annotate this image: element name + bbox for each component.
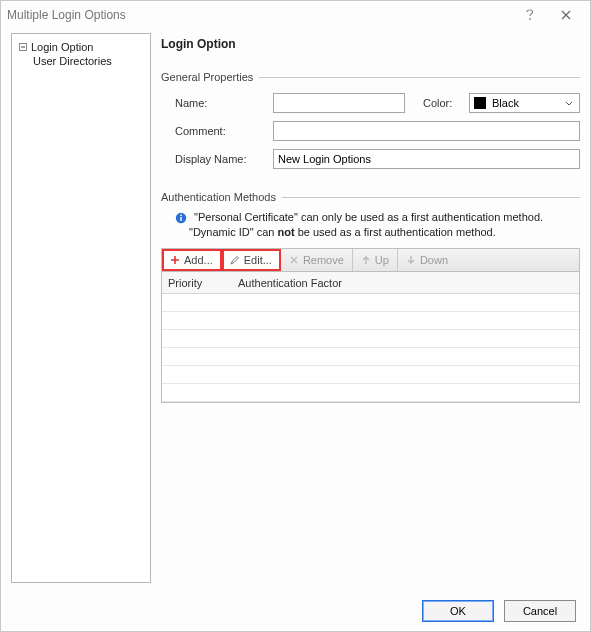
tree-node-label: User Directories <box>33 55 112 67</box>
pencil-icon <box>230 255 240 265</box>
tree-node-login-option[interactable]: Login Option <box>18 40 146 54</box>
grid-body <box>162 294 579 402</box>
up-button[interactable]: Up <box>353 249 398 271</box>
table-row[interactable] <box>162 348 579 366</box>
delete-icon <box>289 255 299 265</box>
color-value: Black <box>492 97 519 109</box>
hint-line-1: "Personal Certificate" can only be used … <box>161 209 580 226</box>
help-button[interactable] <box>512 1 548 29</box>
button-label: Cancel <box>523 605 557 617</box>
arrow-up-icon <box>361 255 371 265</box>
button-label: OK <box>450 605 466 617</box>
window-title: Multiple Login Options <box>7 8 512 22</box>
display-name-label: Display Name: <box>175 153 265 165</box>
comment-input[interactable] <box>273 121 580 141</box>
dialog-footer: OK Cancel <box>1 591 590 631</box>
hint-text-b: not <box>278 226 295 238</box>
row-name: Name: Color: Black <box>161 89 580 117</box>
row-display-name: Display Name: <box>161 145 580 173</box>
button-label: Edit... <box>244 254 272 266</box>
section-auth-methods: Authentication Methods <box>161 191 580 203</box>
col-priority[interactable]: Priority <box>162 277 232 289</box>
svg-rect-4 <box>180 217 181 221</box>
table-row[interactable] <box>162 330 579 348</box>
name-label: Name: <box>175 97 265 109</box>
row-comment: Comment: <box>161 117 580 145</box>
table-row[interactable] <box>162 294 579 312</box>
tree-node-label: Login Option <box>31 41 93 53</box>
info-icon <box>175 212 187 224</box>
display-name-input[interactable] <box>273 149 580 169</box>
help-icon <box>525 9 535 21</box>
nav-tree[interactable]: Login Option User Directories <box>11 33 151 583</box>
comment-label: Comment: <box>175 125 265 137</box>
hint-line-2: "Dynamic ID" can not be used as a first … <box>161 226 580 248</box>
table-row[interactable] <box>162 312 579 330</box>
button-label: Add... <box>184 254 213 266</box>
ok-button[interactable]: OK <box>422 600 494 622</box>
divider <box>282 197 580 198</box>
add-button[interactable]: Add... <box>162 249 222 271</box>
section-label: Authentication Methods <box>161 191 276 203</box>
divider <box>259 77 580 78</box>
close-icon <box>561 10 571 20</box>
button-label: Remove <box>303 254 344 266</box>
section-general-properties: General Properties <box>161 71 580 83</box>
plus-icon <box>170 255 180 265</box>
color-swatch-icon <box>474 97 486 109</box>
color-label: Color: <box>423 97 461 109</box>
chevron-down-icon <box>565 97 573 109</box>
hint-text-a: "Dynamic ID" can <box>189 226 278 238</box>
svg-point-5 <box>180 214 182 216</box>
main-panel: Login Option General Properties Name: Co… <box>161 33 580 583</box>
button-label: Up <box>375 254 389 266</box>
dialog-window: Multiple Login Options Login Option User… <box>0 0 591 632</box>
tree-node-user-directories[interactable]: User Directories <box>18 54 146 68</box>
grid-header: Priority Authentication Factor <box>162 272 579 294</box>
name-input[interactable] <box>273 93 405 113</box>
cancel-button[interactable]: Cancel <box>504 600 576 622</box>
button-label: Down <box>420 254 448 266</box>
svg-point-0 <box>529 18 531 20</box>
table-row[interactable] <box>162 366 579 384</box>
hint-text-c: be used as a first authentication method… <box>295 226 496 238</box>
collapse-icon <box>18 42 28 52</box>
auth-grid: Priority Authentication Factor <box>161 272 580 403</box>
titlebar: Multiple Login Options <box>1 1 590 29</box>
edit-button[interactable]: Edit... <box>222 249 281 271</box>
auth-toolbar: Add... Edit... Remove Up Down <box>161 248 580 272</box>
color-dropdown[interactable]: Black <box>469 93 580 113</box>
col-auth-factor[interactable]: Authentication Factor <box>232 277 579 289</box>
close-button[interactable] <box>548 1 584 29</box>
arrow-down-icon <box>406 255 416 265</box>
section-label: General Properties <box>161 71 253 83</box>
table-row[interactable] <box>162 384 579 402</box>
page-title: Login Option <box>161 33 580 63</box>
hint-text: "Personal Certificate" can only be used … <box>194 211 543 223</box>
dialog-body: Login Option User Directories Login Opti… <box>1 29 590 591</box>
remove-button[interactable]: Remove <box>281 249 353 271</box>
down-button[interactable]: Down <box>398 249 456 271</box>
